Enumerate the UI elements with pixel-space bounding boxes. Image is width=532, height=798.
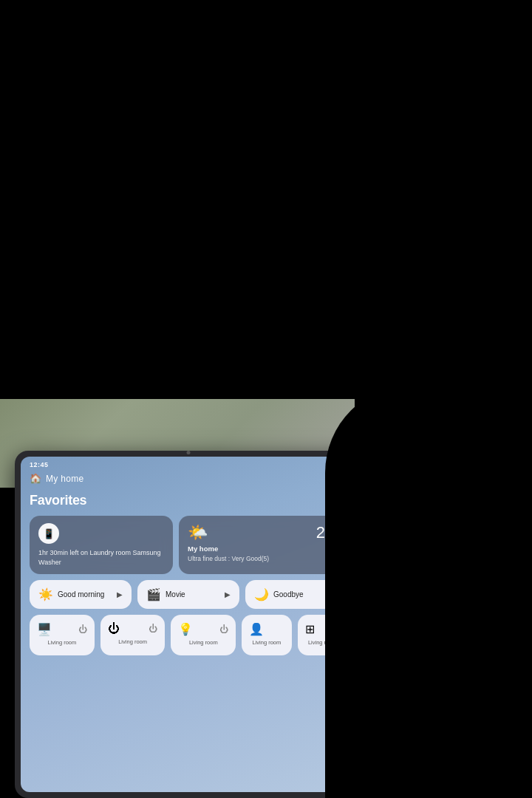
device-tile-person[interactable]: 👤 Living room — [242, 615, 291, 655]
routine-left: 🌙 Goodbye — [254, 587, 304, 601]
movie-icon: 🎬 — [146, 587, 161, 601]
tv-device-label: Living room — [47, 639, 76, 646]
device-icons-row: 🖥️ ⏻ — [37, 622, 87, 636]
routine-left: ☀️ Good morning — [38, 587, 104, 601]
tv-power-icon[interactable]: ⏻ — [78, 624, 87, 635]
washer-icon: 📱 — [43, 528, 55, 539]
weather-location: My home — [188, 545, 338, 553]
black-curve-overlay — [325, 384, 532, 798]
camera-dot — [187, 451, 191, 454]
device-icons-row: 💡 ⏻ — [178, 622, 228, 636]
washer-card[interactable]: 📱 1hr 30min left on Laundry room Samsung… — [30, 516, 173, 574]
home-icon: 🏠 — [30, 473, 41, 484]
favorites-section: Favorites 📱 1hr 30min left on Laundry ro… — [21, 490, 356, 658]
device-icons-row: ⏻ ⏻ — [108, 622, 158, 635]
person-device-label: Living room — [253, 639, 282, 646]
person-icon: 👤 — [249, 622, 264, 636]
weather-top: 🌤️ 26° — [188, 523, 338, 542]
device-tile-power[interactable]: ⏻ ⏻ Living room — [100, 615, 166, 655]
status-bar: 12:45 — [21, 457, 356, 470]
tablet-screen[interactable]: 12:45 🏠 My home Favorites 📱 1hr 30min le… — [21, 457, 356, 792]
light-icon: 💡 — [178, 622, 193, 636]
home-title: My home — [46, 474, 83, 484]
weather-icon: 🌤️ — [188, 523, 208, 542]
routine-movie-label: Movie — [166, 590, 185, 598]
tv-icon: 🖥️ — [37, 622, 52, 636]
washer-text: 1hr 30min left on Laundry room Samsung W… — [38, 548, 164, 567]
device-row: 🖥️ ⏻ Living room ⏻ ⏻ Living room — [30, 615, 347, 655]
grid-icon: ⊞ — [305, 622, 315, 636]
light-power-icon[interactable]: ⏻ — [219, 624, 228, 635]
home-header[interactable]: 🏠 My home — [21, 470, 356, 490]
cards-row-1: 📱 1hr 30min left on Laundry room Samsung… — [30, 516, 347, 574]
routine-movie[interactable]: 🎬 Movie ▶ — [137, 580, 239, 609]
power-icon-2[interactable]: ⏻ — [149, 624, 157, 634]
favorites-heading: Favorites — [30, 493, 347, 508]
routine-good-morning-label: Good morning — [58, 590, 104, 598]
power-main-icon: ⏻ — [108, 622, 120, 635]
sun-icon: ☀️ — [38, 587, 53, 601]
tablet-device: 12:45 🏠 My home Favorites 📱 1hr 30min le… — [15, 451, 362, 798]
status-time: 12:45 — [30, 461, 49, 468]
top-black-area — [0, 0, 532, 399]
movie-play-button[interactable]: ▶ — [225, 590, 231, 598]
light-device-label: Living room — [189, 639, 218, 646]
device-icons-row: 👤 — [249, 622, 284, 636]
device-tile-light[interactable]: 💡 ⏻ Living room — [171, 615, 236, 655]
weather-description: Ultra fine dust : Very Good(5) — [188, 555, 338, 562]
routine-left: 🎬 Movie — [146, 587, 185, 601]
routine-good-morning[interactable]: ☀️ Good morning ▶ — [30, 580, 132, 609]
moon-icon: 🌙 — [254, 587, 269, 601]
routine-goodbye-label: Goodbye — [273, 590, 304, 598]
device-tile-tv[interactable]: 🖥️ ⏻ Living room — [30, 615, 95, 655]
good-morning-play-button[interactable]: ▶ — [117, 590, 123, 598]
power-device-label: Living room — [118, 638, 147, 645]
routine-row: ☀️ Good morning ▶ 🎬 Movie ▶ 🌙 — [30, 580, 347, 609]
weather-card[interactable]: 🌤️ 26° My home Ultra fine dust : Very Go… — [179, 516, 347, 574]
washer-icon-wrap: 📱 — [38, 523, 59, 544]
